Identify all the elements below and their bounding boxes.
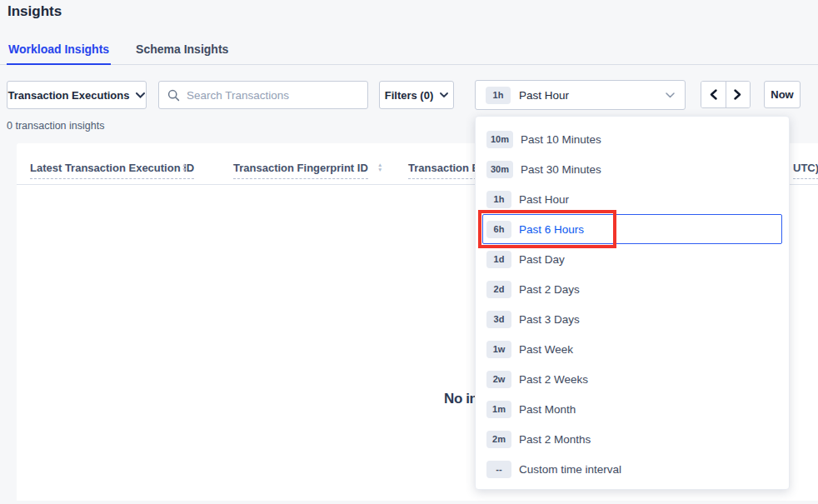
time-interval-badge: 1h [486, 87, 511, 104]
time-option-1w[interactable]: 1w Past Week [482, 334, 782, 364]
insights-count: 0 transaction insights [7, 120, 104, 132]
search-icon [167, 89, 180, 102]
time-interval-label: Past Hour [519, 89, 569, 102]
time-interval-select[interactable]: 1h Past Hour [475, 80, 686, 110]
time-badge: 1w [486, 341, 511, 358]
sort-icon[interactable]: ▲▼ [377, 162, 382, 172]
time-badge: 2m [486, 431, 511, 448]
time-option-1m[interactable]: 1m Past Month [482, 394, 782, 424]
sort-icon[interactable]: ▲▼ [182, 162, 187, 172]
chevron-down-icon [136, 92, 145, 98]
previous-interval-button[interactable] [701, 82, 726, 107]
time-option-custom[interactable]: -- Custom time interval [482, 454, 782, 484]
time-option-10m[interactable]: 10m Past 10 Minutes [482, 124, 782, 154]
time-badge: 10m [486, 131, 513, 148]
time-badge: -- [486, 461, 511, 478]
time-pager [701, 81, 751, 108]
tab-bar: Workload Insights Schema Insights [0, 37, 818, 65]
search-box[interactable] [158, 81, 368, 109]
time-option-1d[interactable]: 1d Past Day [482, 244, 782, 274]
column-header-latest-transaction-execution-id[interactable]: Latest Transaction Execution ID [30, 162, 194, 179]
execution-type-label: Transaction Executions [8, 89, 130, 102]
time-interval-dropdown: 10m Past 10 Minutes 30m Past 30 Minutes … [475, 116, 790, 490]
time-badge: 2w [486, 371, 511, 388]
time-badge: 2d [486, 281, 511, 298]
column-header-utc[interactable]: UTC) [793, 162, 818, 179]
time-option-2m[interactable]: 2m Past 2 Months [482, 424, 782, 454]
time-option-2d[interactable]: 2d Past 2 Days [482, 274, 782, 304]
filters-button[interactable]: Filters (0) [379, 81, 454, 109]
chevron-down-icon [440, 92, 448, 97]
time-option-6h[interactable]: 6h Past 6 Hours [482, 214, 782, 244]
time-badge: 30m [486, 161, 513, 178]
tab-schema-insights[interactable]: Schema Insights [134, 37, 230, 64]
time-badge: 1d [486, 251, 511, 268]
filters-label: Filters (0) [385, 89, 434, 102]
time-badge: 6h [486, 221, 511, 238]
time-option-3d[interactable]: 3d Past 3 Days [482, 304, 782, 334]
search-input[interactable] [187, 89, 359, 102]
time-badge: 1h [486, 191, 511, 208]
tab-workload-insights[interactable]: Workload Insights [7, 37, 111, 65]
execution-type-select[interactable]: Transaction Executions [7, 81, 147, 109]
time-option-30m[interactable]: 30m Past 30 Minutes [482, 154, 782, 184]
next-interval-button[interactable] [726, 82, 751, 107]
column-header-transaction-fingerprint-id[interactable]: Transaction Fingerprint ID [233, 162, 368, 179]
time-option-1h[interactable]: 1h Past Hour [482, 184, 782, 214]
column-header-transaction-execution[interactable]: Transaction Ex [408, 162, 485, 179]
page-title: Insights [7, 3, 62, 20]
time-badge: 3d [486, 311, 511, 328]
time-badge: 1m [486, 401, 511, 418]
now-button[interactable]: Now [764, 81, 801, 108]
chevron-down-icon [666, 92, 675, 98]
time-option-2w[interactable]: 2w Past 2 Weeks [482, 364, 782, 394]
